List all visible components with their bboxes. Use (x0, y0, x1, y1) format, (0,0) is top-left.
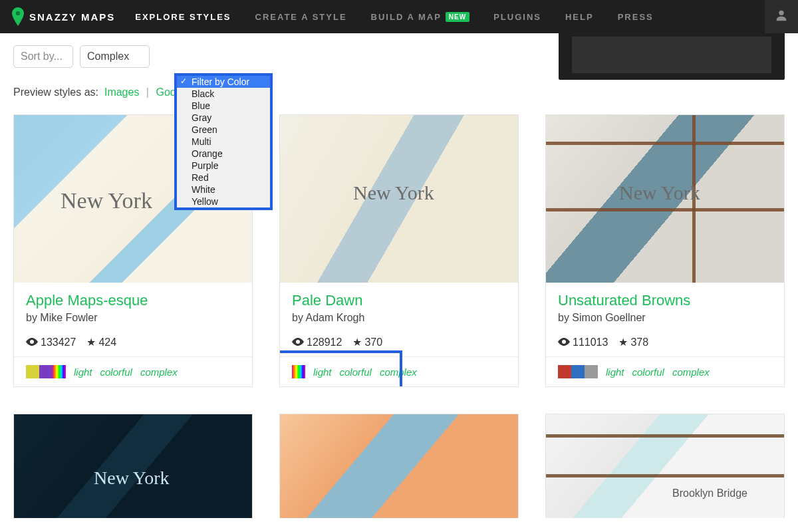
style-card[interactable] (279, 414, 519, 518)
check-icon: ✓ (180, 76, 187, 86)
nav-build-label: BUILD A MAP (371, 12, 442, 22)
color-option-label: Red (192, 172, 209, 183)
views-icon (292, 336, 304, 348)
swatch[interactable] (26, 365, 39, 378)
map-thumbnail: New York (13, 414, 253, 518)
color-option[interactable]: Yellow (177, 196, 270, 207)
style-stats: 128912 ★370 (292, 336, 506, 348)
tag-light[interactable]: light (606, 366, 624, 378)
top-nav: SNAZZY MAPS EXPLORE STYLES CREATE A STYL… (0, 0, 798, 33)
color-option[interactable]: Gray (177, 112, 270, 124)
swatch[interactable] (571, 365, 585, 378)
preview-sep: | (146, 86, 149, 98)
nav-press[interactable]: PRESS (618, 12, 654, 22)
style-stats: 111013 ★378 (558, 336, 772, 348)
svg-point-0 (16, 11, 20, 15)
color-option-label: Filter by Color (192, 76, 249, 87)
color-option[interactable]: Red (177, 172, 270, 184)
style-card[interactable]: New York Pale Dawn by Adam Krogh 128912 … (279, 114, 519, 387)
nav-build[interactable]: BUILD A MAP NEW (371, 12, 470, 22)
color-option[interactable]: Green (177, 124, 270, 136)
style-grid: New York Apple Maps-esque by Mike Fowler… (13, 114, 785, 518)
color-option[interactable]: Multi (177, 136, 270, 148)
color-option-label: White (192, 184, 215, 195)
nav-help[interactable]: HELP (565, 12, 594, 22)
tag-complex[interactable]: complex (140, 366, 178, 378)
nav-plugins[interactable]: PLUGINS (493, 12, 541, 22)
color-filter-dropdown[interactable]: ✓Filter by ColorBlackBlueGrayGreenMultiO… (174, 73, 273, 210)
tag-colorful[interactable]: colorful (340, 366, 372, 378)
style-title[interactable]: Unsaturated Browns (558, 292, 772, 309)
tag-light[interactable]: light (74, 366, 92, 378)
views-icon (26, 336, 38, 348)
user-menu-button[interactable] (765, 0, 798, 33)
map-city-label: New York (94, 467, 170, 489)
sort-select[interactable]: Sort by... (13, 45, 73, 68)
color-option[interactable]: Purple (177, 160, 270, 172)
color-option-label: Purple (192, 160, 218, 171)
star-icon: ★ (618, 336, 628, 348)
swatch[interactable] (585, 365, 598, 378)
style-tags-row: light colorful complex (14, 356, 252, 386)
map-city-label: New York (353, 182, 434, 204)
color-swatches (26, 365, 66, 378)
color-option-label: Multi (192, 136, 211, 147)
color-option[interactable]: White (177, 184, 270, 196)
color-swatches (558, 365, 598, 378)
color-option[interactable]: Blue (177, 100, 270, 112)
tag-light[interactable]: light (313, 366, 332, 378)
stars-count: 378 (630, 336, 648, 348)
preview-images-link[interactable]: Images (104, 86, 139, 98)
map-city-label: New York (61, 188, 152, 213)
swatch[interactable] (53, 365, 66, 378)
style-card[interactable]: New York (13, 414, 253, 518)
style-author: by Simon Goellner (558, 312, 772, 324)
nav-explore[interactable]: EXPLORE STYLES (135, 12, 231, 22)
star-icon: ★ (86, 336, 96, 348)
brand[interactable]: SNAZZY MAPS (12, 7, 115, 26)
swatch[interactable] (292, 365, 305, 378)
star-icon: ★ (352, 336, 362, 348)
color-option-label: Green (192, 124, 217, 135)
style-tags-row: light colorful complex (546, 356, 784, 386)
color-swatches (292, 365, 305, 378)
tag-colorful[interactable]: colorful (100, 366, 132, 378)
map-thumbnail (279, 414, 519, 518)
color-option[interactable]: Black (177, 88, 270, 100)
swatch[interactable] (558, 365, 571, 378)
user-icon (774, 8, 789, 25)
preview-label: Preview styles as: (13, 86, 98, 98)
map-poi-label: Brooklyn Bridge (672, 487, 747, 499)
tag-select[interactable]: Complex (80, 45, 150, 68)
tag-colorful[interactable]: colorful (632, 366, 664, 378)
style-card[interactable]: New York Unsaturated Browns by Simon Goe… (545, 114, 785, 387)
nav-create[interactable]: CREATE A STYLE (255, 12, 347, 22)
style-title[interactable]: Pale Dawn (292, 292, 506, 309)
style-author: by Mike Fowler (26, 312, 240, 324)
tag-complex[interactable]: complex (380, 366, 417, 378)
views-count: 128912 (307, 336, 342, 348)
views-count: 133427 (41, 336, 76, 348)
style-card[interactable]: Brooklyn Bridge (545, 414, 785, 518)
tag-complex[interactable]: complex (672, 366, 710, 378)
color-option-label: Blue (192, 100, 210, 111)
svg-point-1 (779, 11, 783, 15)
style-stats: 133427 ★424 (26, 336, 240, 348)
brand-text: SNAZZY MAPS (29, 11, 115, 23)
map-thumbnail: Brooklyn Bridge (545, 414, 785, 518)
stars-count: 424 (98, 336, 116, 348)
color-option-label: Black (192, 88, 214, 99)
map-thumbnail: New York (280, 115, 518, 283)
tag-value: Complex (87, 51, 129, 63)
sort-label: Sort by... (21, 51, 63, 63)
color-option[interactable]: Orange (177, 148, 270, 160)
map-thumbnail: New York (546, 115, 784, 283)
stars-count: 370 (364, 336, 382, 348)
views-icon (558, 336, 570, 348)
color-option[interactable]: ✓Filter by Color (177, 76, 270, 88)
logo-pin-icon (12, 7, 24, 26)
swatch[interactable] (39, 365, 53, 378)
style-title[interactable]: Apple Maps-esque (26, 292, 240, 309)
filter-bar: Sort by... Complex (13, 45, 785, 68)
views-count: 111013 (573, 336, 608, 348)
